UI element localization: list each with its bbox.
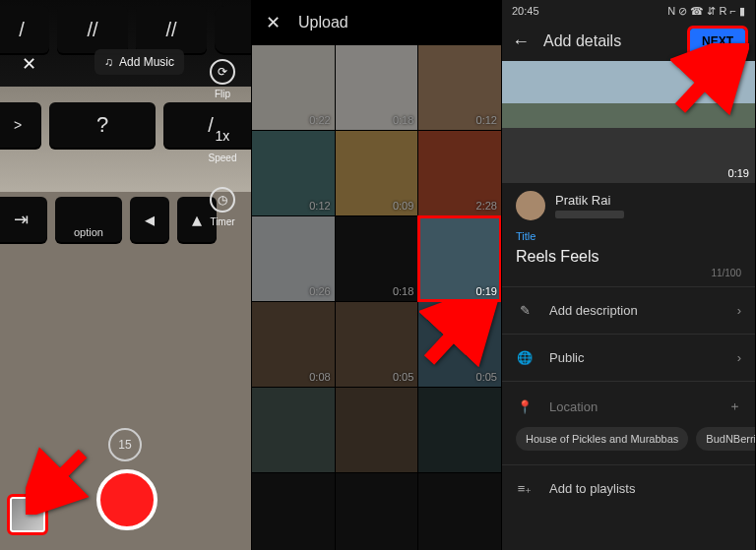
close-icon[interactable]: ✕ xyxy=(16,51,41,77)
flip-label: Flip xyxy=(215,89,230,99)
key-option: option xyxy=(55,197,122,242)
cell-duration: 0:12 xyxy=(309,200,330,212)
key: / xyxy=(0,6,49,53)
cell-duration: 2:28 xyxy=(476,200,497,212)
key: ◂ xyxy=(130,197,169,242)
pencil-icon: ✎ xyxy=(516,303,534,318)
record-button[interactable] xyxy=(96,469,158,530)
media-cell[interactable]: 0:18 xyxy=(336,45,418,130)
media-cell[interactable]: 0:08 xyxy=(252,302,335,387)
key: > xyxy=(0,102,41,148)
add-music-label: Add Music xyxy=(119,55,174,69)
char-count: 11/100 xyxy=(502,268,755,282)
cell-duration: 0:05 xyxy=(393,371,413,383)
timer-button[interactable]: ◷ Timer xyxy=(210,187,235,227)
speed-button[interactable]: 1x Speed xyxy=(209,123,237,163)
gallery-thumbnail[interactable] xyxy=(10,497,45,532)
playlist-add-icon: ≡₊ xyxy=(516,481,534,496)
key: // xyxy=(136,6,207,53)
add-to-playlists-row[interactable]: ≡₊ Add to playlists xyxy=(502,469,755,508)
add-description-label: Add description xyxy=(549,303,638,318)
key xyxy=(215,6,252,53)
media-grid: 0:220:180:120:120:092:280:260:180:190:08… xyxy=(252,45,501,550)
user-handle-placeholder xyxy=(555,211,624,218)
media-cell[interactable] xyxy=(252,388,335,472)
location-label: Location xyxy=(549,399,598,414)
avatar xyxy=(516,191,545,220)
speed-label: Speed xyxy=(209,153,237,163)
media-cell[interactable] xyxy=(336,473,418,550)
page-title: Add details xyxy=(543,32,621,50)
media-cell[interactable] xyxy=(336,388,418,472)
media-cell[interactable]: 0:12 xyxy=(252,131,335,215)
media-cell[interactable] xyxy=(418,473,501,550)
media-cell[interactable]: 0:09 xyxy=(336,131,418,215)
key: ⇥ xyxy=(0,197,47,242)
key: // xyxy=(57,6,128,53)
key: ? xyxy=(49,102,156,148)
location-chip[interactable]: House of Pickles and Murabbas xyxy=(516,427,688,451)
timer-icon: ◷ xyxy=(210,187,235,213)
location-row[interactable]: 📍 Location ＋ xyxy=(502,386,755,427)
music-icon: ♫ xyxy=(104,55,113,69)
add-music-button[interactable]: ♫ Add Music xyxy=(94,49,184,75)
media-cell[interactable]: 0:19 xyxy=(418,216,501,301)
upload-title: Upload xyxy=(298,14,348,31)
status-bar: 20:45 N ⊘ ☎ ⇵ R ⌐ ▮ xyxy=(502,0,755,22)
cell-duration: 0:18 xyxy=(393,114,413,126)
next-button[interactable]: NEXT xyxy=(690,29,745,54)
user-name: Pratik Rai xyxy=(555,193,624,208)
cell-duration: 0:22 xyxy=(309,114,330,126)
video-preview[interactable]: 0:19 xyxy=(502,61,755,183)
chevron-right-icon: › xyxy=(737,350,741,365)
media-cell[interactable] xyxy=(418,388,501,472)
divider xyxy=(502,381,755,382)
close-icon[interactable]: ✕ xyxy=(266,12,281,33)
pin-icon: 📍 xyxy=(516,399,534,414)
add-description-row[interactable]: ✎ Add description › xyxy=(502,291,755,330)
cell-duration: 0:19 xyxy=(476,285,497,297)
divider xyxy=(502,464,755,465)
media-cell[interactable]: 0:22 xyxy=(252,45,335,130)
media-cell[interactable]: 0:26 xyxy=(252,216,335,301)
divider xyxy=(502,286,755,287)
media-cell[interactable]: 0:05 xyxy=(336,302,418,387)
back-icon[interactable]: ← xyxy=(512,31,530,52)
cell-duration: 0:05 xyxy=(476,371,497,383)
globe-icon: 🌐 xyxy=(516,350,534,365)
media-cell[interactable] xyxy=(252,473,335,550)
duration-selector[interactable]: 15 xyxy=(108,428,142,461)
media-cell[interactable]: 0:05 xyxy=(418,302,501,387)
title-label: Title xyxy=(502,228,755,244)
cell-duration: 0:18 xyxy=(393,285,413,297)
plus-icon: ＋ xyxy=(728,397,741,415)
title-input[interactable]: Reels Feels xyxy=(502,244,755,268)
divider xyxy=(502,334,755,335)
flip-icon: ⟳ xyxy=(210,59,235,85)
location-chip[interactable]: BudNBerries xyxy=(696,427,755,451)
speed-icon: 1x xyxy=(210,123,235,149)
media-cell[interactable]: 2:28 xyxy=(418,131,501,215)
preview-duration: 0:19 xyxy=(728,167,749,179)
chevron-right-icon: › xyxy=(737,303,741,318)
cell-duration: 0:08 xyxy=(309,371,330,383)
cell-duration: 0:26 xyxy=(309,285,330,297)
timer-label: Timer xyxy=(210,216,234,227)
cell-duration: 0:12 xyxy=(476,114,497,126)
status-indicators: N ⊘ ☎ ⇵ R ⌐ ▮ xyxy=(667,5,745,18)
location-chips: House of Pickles and MurabbasBudNBerries… xyxy=(502,427,755,460)
user-row: Pratik Rai xyxy=(502,183,755,228)
media-cell[interactable]: 0:18 xyxy=(336,216,418,301)
cell-duration: 0:09 xyxy=(393,200,413,212)
media-cell[interactable]: 0:12 xyxy=(418,45,501,130)
playlists-label: Add to playlists xyxy=(549,481,635,496)
visibility-label: Public xyxy=(549,350,584,365)
flip-button[interactable]: ⟳ Flip xyxy=(210,59,235,99)
visibility-row[interactable]: 🌐 Public › xyxy=(502,338,755,377)
status-time: 20:45 xyxy=(512,5,539,17)
